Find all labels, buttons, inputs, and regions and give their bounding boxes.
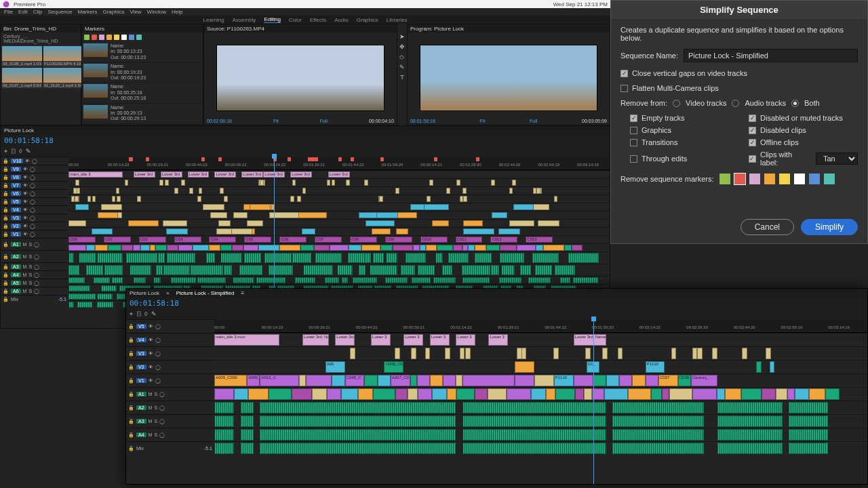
clip[interactable] — [234, 388, 248, 400]
clip[interactable] — [517, 348, 522, 359]
audio-clip[interactable] — [717, 415, 783, 427]
clip[interactable]: main_title 3 — [68, 171, 123, 178]
marker-row[interactable]: Name:In: 00:00:25:18Out: 00:00:25:18 — [82, 83, 203, 103]
swatch[interactable] — [749, 174, 760, 184]
playhead[interactable] — [593, 319, 594, 484]
clip[interactable] — [224, 196, 228, 202]
audio-clip[interactable] — [500, 253, 524, 263]
track-header[interactable]: 🔒A4MS◯ — [126, 428, 214, 441]
clip[interactable] — [445, 348, 450, 359]
clip[interactable] — [396, 228, 408, 235]
clip[interactable] — [181, 180, 185, 186]
solo-icon[interactable]: S — [28, 242, 32, 247]
toggle-output-icon[interactable]: M — [23, 289, 27, 293]
video-track[interactable]: main_title 3.movLower 3rd: NamLower 3rd:… — [214, 333, 867, 346]
marker-color-swatch[interactable] — [106, 35, 112, 40]
clip[interactable] — [429, 180, 433, 186]
video-track[interactable] — [68, 186, 610, 195]
clip[interactable] — [112, 196, 116, 202]
tab-menu-icon[interactable]: ≡ — [241, 290, 245, 296]
clip[interactable]: Lower 3 — [456, 334, 475, 346]
clip[interactable]: C048_C02 — [384, 361, 403, 373]
toggle-output-icon[interactable]: M — [23, 264, 27, 269]
clip[interactable]: C04 — [209, 237, 236, 243]
clip[interactable] — [71, 196, 75, 202]
audio-clip[interactable] — [214, 415, 234, 427]
clip[interactable]: C02 — [139, 237, 166, 243]
audio-clip[interactable] — [94, 277, 110, 283]
clip[interactable]: C09 — [385, 237, 412, 243]
clip[interactable] — [140, 245, 150, 251]
sync-lock-icon[interactable]: ◯ — [32, 159, 37, 164]
marker-color-swatch[interactable] — [129, 35, 134, 40]
clip[interactable] — [462, 375, 515, 386]
track-header[interactable]: 🔒V10👁◯ — [1, 157, 68, 165]
project-panel[interactable]: Bin: Drone_Trims_HD Century_…\MEDIA\Dron… — [0, 24, 81, 125]
toggle-output-icon[interactable]: 👁 — [23, 216, 28, 220]
clip[interactable]: C06 — [279, 237, 307, 243]
project-tab[interactable]: Bin: Drone_Trims_HD — [3, 26, 56, 32]
video-track[interactable] — [68, 178, 610, 186]
wrench-icon[interactable]: ✎ — [151, 310, 157, 318]
lock-icon[interactable]: 🔒 — [3, 232, 9, 237]
audio-clip[interactable] — [491, 265, 499, 275]
lock-icon[interactable]: 🔒 — [3, 216, 9, 221]
audio-clip[interactable] — [418, 265, 435, 275]
audio-clip[interactable] — [555, 265, 574, 275]
sequence-marker[interactable] — [146, 157, 149, 161]
audio-clip[interactable] — [158, 253, 164, 263]
clip[interactable] — [574, 375, 593, 386]
clip[interactable] — [413, 245, 420, 251]
clip[interactable] — [163, 220, 187, 226]
sync-lock-icon[interactable]: ◯ — [159, 392, 165, 397]
clip[interactable] — [543, 245, 564, 251]
audio-clip[interactable] — [68, 293, 96, 300]
clip[interactable] — [509, 220, 534, 226]
clip[interactable]: C037 — [658, 375, 678, 386]
clip[interactable] — [825, 388, 839, 400]
clip[interactable] — [220, 245, 232, 251]
source-tab[interactable]: Source: P1100283.MP4 — [207, 26, 264, 32]
video-track[interactable] — [68, 203, 610, 211]
toggle-output-icon[interactable]: 👁 — [25, 159, 30, 163]
clip[interactable] — [258, 245, 279, 251]
clip[interactable] — [330, 245, 349, 251]
audio-clip[interactable] — [337, 265, 353, 275]
simplify-sequence-dialog[interactable]: Simplify Sequence Creates a duplicate se… — [610, 0, 868, 244]
menu-view[interactable]: View — [130, 9, 141, 15]
clip[interactable]: C08 — [350, 237, 377, 243]
app-menu[interactable]: File Edit Clip Sequence Markers Graphics… — [0, 8, 610, 16]
track-header[interactable]: 🔒V1👁◯ — [126, 373, 214, 387]
swatch[interactable] — [764, 174, 775, 184]
marker-row[interactable]: Name:In: 00:00:29:13Out: 00:00:29:13 — [82, 104, 203, 124]
audio-clip[interactable] — [789, 402, 828, 413]
track-header[interactable]: 🔒A6MS◯ — [1, 287, 68, 295]
clip[interactable] — [756, 361, 762, 373]
clip[interactable]: Lower 3rd: Nam — [302, 334, 329, 346]
clip[interactable] — [618, 348, 623, 359]
clip[interactable] — [395, 348, 400, 359]
clip[interactable] — [214, 388, 234, 400]
thumb-2[interactable]: 08_0137_1.mp4 0:54 — [2, 68, 42, 88]
clip[interactable] — [509, 188, 513, 194]
clip[interactable] — [155, 245, 167, 251]
clip[interactable] — [361, 245, 381, 251]
toggle-output-icon[interactable]: 👁 — [149, 351, 153, 356]
program-tab[interactable]: Program: Picture Lock — [410, 26, 464, 32]
lock-icon[interactable]: 🔒 — [128, 351, 134, 357]
clip[interactable] — [766, 348, 771, 359]
marker-color-swatch[interactable] — [84, 35, 90, 40]
transitions-checkbox[interactable]: Transitions — [630, 138, 739, 146]
clip[interactable] — [762, 388, 776, 400]
clip[interactable] — [432, 388, 447, 400]
clip[interactable] — [372, 228, 391, 235]
clip[interactable] — [531, 388, 546, 400]
clip[interactable]: Lower 3rd — [161, 171, 182, 178]
clip[interactable] — [306, 375, 332, 386]
clip[interactable] — [314, 245, 330, 251]
audio-clip[interactable] — [126, 253, 157, 263]
audio-clip[interactable] — [373, 253, 384, 263]
wrench-icon[interactable]: ✎ — [26, 148, 31, 155]
audio-clip[interactable] — [717, 443, 783, 454]
clip[interactable] — [463, 220, 483, 226]
